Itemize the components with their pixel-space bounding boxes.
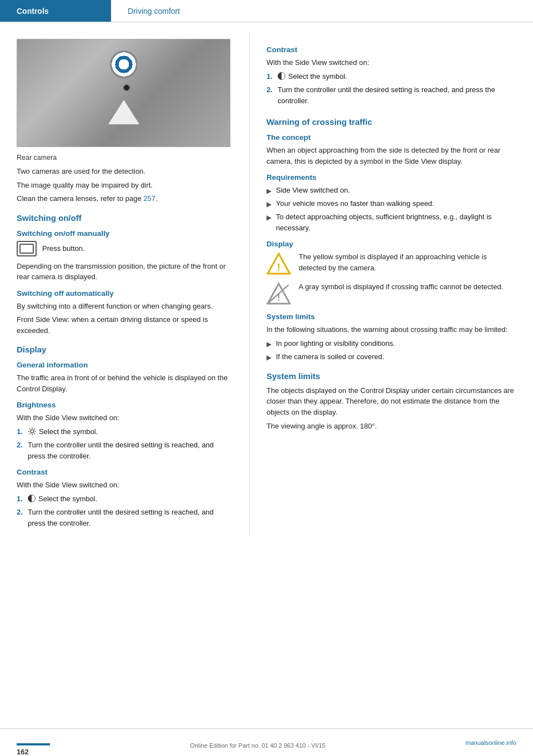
switching-auto-heading: Switching off automatically <box>17 289 233 298</box>
contrast-step-1-left: 1. Select the symbol. <box>17 493 233 505</box>
image-caption: Rear camera <box>17 154 233 162</box>
controls-label: Controls <box>17 7 49 16</box>
contrast-intro-right: With the Side View switched on: <box>266 57 516 68</box>
yellow-triangle-label: The yellow symbol is displayed if an app… <box>299 251 516 273</box>
page-link[interactable]: 257 <box>143 194 155 203</box>
concept-body: When an object approaching from the side… <box>266 145 516 167</box>
switching-auto-body2: Front Side View: when a certain driving … <box>17 314 233 336</box>
svg-line-5 <box>29 429 31 430</box>
press-button-label: Press button. <box>42 244 85 253</box>
svg-point-0 <box>31 430 34 433</box>
body3-suffix: . <box>155 194 158 203</box>
req1-text: Side View switched on. <box>276 185 350 196</box>
svg-line-6 <box>34 433 36 434</box>
contrast-step1-label: Select the symbol. <box>38 493 97 505</box>
contrast-steps-left: 1. Select the symbol. 2. Turn the contro… <box>17 493 233 529</box>
display-heading: Display <box>17 345 233 354</box>
yellow-triangle-row: ! The yellow symbol is displayed if an a… <box>266 251 516 276</box>
requirements-list: ▶ Side View switched on. ▶ Your vehicle … <box>266 185 516 233</box>
requirements-heading: Requirements <box>266 173 516 182</box>
system-limits-body1: The objects displayed on the Control Dis… <box>266 385 516 418</box>
contrast-step-2-left: 2. Turn the controller until the desired… <box>17 507 233 528</box>
system-limits-body2: The viewing angle is approx. 180°. <box>266 421 516 432</box>
bullet-arrow-sl1: ▶ <box>266 338 271 349</box>
sys-lim-item-2: ▶ If the camera is soiled or covered. <box>266 351 516 362</box>
display-heading-right: Display <box>266 240 516 248</box>
brightness-heading: Brightness <box>17 401 233 409</box>
brightness-step1-label: Select the symbol. <box>39 426 98 437</box>
req3-text: To detect approaching objects, sufficien… <box>276 211 516 233</box>
brightness-intro: With the Side View switched on: <box>17 412 233 424</box>
req-item-2: ▶ Your vehicle moves no faster than walk… <box>266 198 516 209</box>
footer-blue-bar <box>17 743 50 745</box>
contrast-steps-right: 1. Select the symbol. 2. Turn the contro… <box>266 71 516 107</box>
req-item-3: ▶ To detect approaching objects, suffici… <box>266 211 516 233</box>
sun-icon <box>28 427 37 436</box>
switching-on-off-heading: Switching on/off <box>17 213 233 223</box>
contrast-step-1-right: 1. Select the symbol. <box>266 71 516 82</box>
svg-text:!: ! <box>277 262 280 273</box>
brightness-step-2: 2. Turn the controller until the desired… <box>17 440 233 461</box>
camera-dot <box>123 84 130 92</box>
bullet-arrow-1: ▶ <box>266 185 271 196</box>
body-text-1: Two cameras are used for the detection. <box>17 166 233 177</box>
brightness-step-1: 1. Select the symbol. <box>17 426 233 437</box>
bullet-arrow-sl2: ▶ <box>266 351 271 362</box>
body-text-2: The image quality may be impaired by dir… <box>17 180 233 191</box>
content-wrapper: Rear camera Two cameras are used for the… <box>0 22 533 570</box>
header-controls-tab: Controls <box>0 0 111 22</box>
page-footer: 162 Online Edition for Part no. 01 40 2 … <box>0 728 533 756</box>
circle-half-icon <box>28 495 36 502</box>
brightness-steps: 1. Select the symbol. 2. Turn the contro… <box>17 426 233 462</box>
page-header: Controls Driving comfort <box>0 0 533 22</box>
header-driving-tab: Driving comfort <box>111 0 533 22</box>
svg-line-8 <box>29 433 31 434</box>
svg-line-7 <box>34 429 36 430</box>
general-info-body: The traffic area in front of or behind t… <box>17 372 233 394</box>
contrast-step2-right-label: Turn the controller until the desired se… <box>278 84 516 106</box>
footer-center-text: Online Edition for Part no. 01 40 2 963 … <box>50 742 465 749</box>
warning-crossing-heading: Warning of crossing traffic <box>266 117 516 127</box>
contrast-step1-right-label: Select the symbol. <box>288 71 347 82</box>
bmw-logo <box>110 51 138 78</box>
camera-button-icon <box>17 241 37 256</box>
driving-comfort-label: Driving comfort <box>128 7 180 16</box>
system-limits-heading-main: System limits <box>266 371 516 381</box>
brightness-step2-label: Turn the controller until the desired se… <box>28 440 233 461</box>
left-column: Rear camera Two cameras are used for the… <box>0 33 250 537</box>
concept-heading: The concept <box>266 133 516 142</box>
switching-auto-body1: By switching into a different function o… <box>17 301 233 312</box>
switching-body1: Depending on the transmission position, … <box>17 261 233 283</box>
req-item-1: ▶ Side View switched on. <box>266 185 516 196</box>
yellow-triangle-icon: ! <box>266 251 291 276</box>
body3-prefix: Clean the camera lenses, refer to page <box>17 194 143 203</box>
sys-lim-item-1: ▶ In poor lighting or visibility conditi… <box>266 338 516 349</box>
press-button-row: Press button. <box>17 241 233 256</box>
contrast-step-2-right: 2. Turn the controller until the desired… <box>266 84 516 106</box>
right-column: Contrast With the Side View switched on:… <box>250 33 533 537</box>
system-limits-list: ▶ In poor lighting or visibility conditi… <box>266 338 516 362</box>
system-limits-intro: In the following situations, the warning… <box>266 324 516 335</box>
body-text-3: Clean the camera lenses, refer to page 2… <box>17 193 233 204</box>
bullet-arrow-2: ▶ <box>266 198 271 209</box>
bullet-arrow-3: ▶ <box>266 211 271 233</box>
gray-triangle-row: ! A gray symbol is displayed if crossing… <box>266 281 516 306</box>
page-number: 162 <box>17 748 29 756</box>
footer-right-text: manualsonline.info <box>465 739 516 746</box>
contrast-heading-left: Contrast <box>17 468 233 476</box>
contrast-heading-right: Contrast <box>266 46 516 54</box>
general-info-heading: General information <box>17 361 233 369</box>
circle-half-icon-right <box>278 72 285 80</box>
contrast-step2-label: Turn the controller until the desired se… <box>28 507 233 528</box>
switching-manually-heading: Switching on/off manually <box>17 229 233 238</box>
contrast-intro-left: With the Side View switched on: <box>17 480 233 491</box>
gray-triangle-icon: ! <box>266 281 291 306</box>
system-limits-heading-small: System limits <box>266 313 516 321</box>
rear-camera-image <box>17 39 230 147</box>
gray-triangle-label: A gray symbol is displayed if crossing t… <box>299 281 503 293</box>
req2-text: Your vehicle moves no faster than walkin… <box>276 198 434 209</box>
sys-lim1-text: In poor lighting or visibility condition… <box>276 338 395 349</box>
arrow-overlay <box>108 100 139 124</box>
sys-lim2-text: If the camera is soiled or covered. <box>276 351 384 362</box>
